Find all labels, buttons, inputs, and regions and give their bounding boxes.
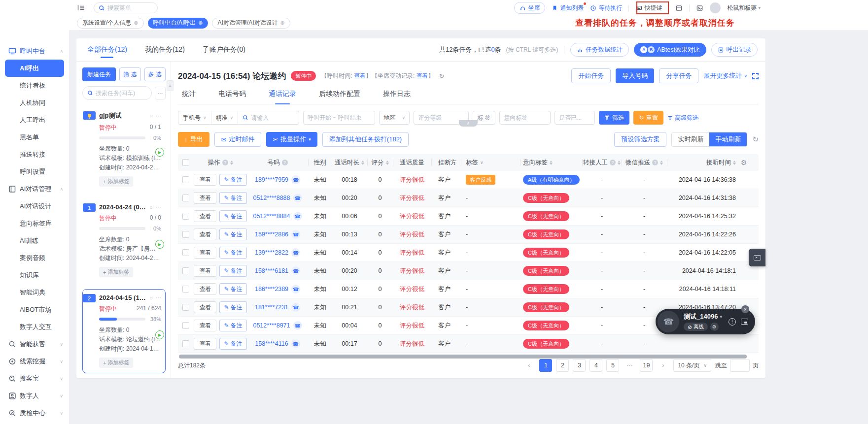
user-menu[interactable]: 松鼠和板栗 ▾ — [727, 4, 761, 12]
sidebar-item-ai-outbound[interactable]: AI呼出 — [5, 60, 64, 77]
page-button[interactable]: 3 — [573, 359, 586, 372]
menu-search-input[interactable] — [107, 4, 147, 11]
preset-filter-plan-button[interactable]: 预设筛选方案 — [614, 132, 666, 147]
phone-number[interactable]: 158****4116 — [255, 340, 288, 347]
pages-ellipsis[interactable]: ··· — [623, 359, 636, 372]
info-icon[interactable]: ? — [282, 160, 288, 165]
reset-filter-button[interactable]: ↻ 重置 — [633, 111, 663, 125]
field-select[interactable]: 手机号∨ — [178, 111, 211, 124]
next-page-button[interactable]: › — [657, 359, 669, 372]
task-card[interactable]: gjp测试 ○ ⋯ 暂停中0 / 1 0% 坐席数量: 0 话术模板: 模拟训练… — [82, 106, 166, 192]
notice-list-button[interactable]: 通知列表 — [552, 4, 584, 12]
view-button[interactable]: 查看 — [194, 338, 216, 350]
more-icon[interactable]: ⋯ — [156, 294, 161, 301]
call-widget[interactable]: × ☎ 测试_14096 ▾ ⊘离线 ⚙ ! — [656, 309, 755, 334]
sidebar-group-smart-acquisition[interactable]: 智能获客 ∨ — [0, 335, 69, 353]
view-button[interactable]: 查看 — [194, 265, 216, 277]
sidebar-group-call-center[interactable]: 呼叫中台 ∧ — [0, 42, 69, 60]
note-button[interactable]: ✎备注 — [219, 247, 246, 259]
phone-number[interactable]: 186****2389 — [255, 286, 288, 293]
status-badge[interactable]: ⊘离线 — [684, 323, 708, 331]
note-button[interactable]: ✎备注 — [219, 338, 246, 350]
match-mode-select[interactable]: 精准∨ — [211, 111, 239, 124]
panel-resize-grip[interactable]: ≡ — [167, 80, 174, 91]
play-audio-button[interactable]: ▶ — [155, 148, 164, 157]
table-row[interactable]: 查看✎备注 186****2389☎ 未知 00:12 0 评分很低 客户 - … — [178, 280, 759, 298]
phone-icon[interactable]: ☎ — [291, 248, 300, 257]
row-checkbox[interactable] — [182, 322, 189, 329]
sort-icon[interactable] — [230, 161, 233, 165]
table-row[interactable]: 查看✎备注 0512****8884☎ 未知 00:06 0 评分很低 客户 -… — [178, 207, 759, 226]
sidebar-item-smart-dict[interactable]: 智能词典 — [0, 284, 69, 301]
tab-my-tasks[interactable]: 我的任务(12) — [145, 38, 185, 62]
task-search-input[interactable] — [96, 90, 145, 97]
sidebar-item-blacklist[interactable]: 黑名单 — [0, 129, 69, 146]
note-button[interactable]: ✎备注 — [219, 192, 246, 204]
view-button[interactable]: 查看 — [194, 320, 216, 331]
row-checkbox[interactable] — [182, 176, 189, 183]
page-button[interactable]: 1 — [539, 359, 552, 372]
close-icon[interactable]: ⊗ — [134, 20, 138, 26]
info-icon[interactable]: ? — [610, 160, 616, 165]
prev-page-button[interactable]: ‹ — [522, 359, 535, 372]
outbound-record-button[interactable]: 呼出记录 — [711, 43, 758, 57]
chevron-down-icon[interactable]: ∨ — [480, 160, 484, 165]
sidebar-item-ai-training[interactable]: AI训练 — [0, 232, 69, 249]
phone-icon[interactable]: ☎ — [293, 212, 302, 221]
table-row[interactable]: 查看✎备注 159****2886☎ 未知 00:13 0 评分很低 客户 - … — [178, 226, 759, 244]
sidebar-item-ai-dialog-design[interactable]: AI对话设计 — [0, 197, 69, 215]
sidebar-item-human-machine[interactable]: 人机协同 — [0, 94, 69, 111]
phone-icon[interactable]: ☎ — [291, 339, 300, 348]
alert-icon[interactable]: ! — [729, 318, 736, 326]
sidebar-item-digital-human-interact[interactable]: 数字人交互 — [0, 318, 69, 335]
info-icon[interactable]: ? — [652, 160, 658, 165]
refresh-icon[interactable]: ↻ — [439, 72, 445, 80]
agent-account[interactable]: 测试_14096 ▾ — [684, 312, 729, 321]
note-button[interactable]: ✎备注 — [219, 174, 246, 186]
menu-search[interactable] — [94, 2, 158, 13]
table-row[interactable]: 查看✎备注 139****2822☎ 未知 00:14 0 评分很低 客户 - … — [178, 244, 759, 262]
waiting-exec-button[interactable]: 等待执行 — [590, 4, 622, 12]
phone-icon[interactable]: ☎ — [291, 285, 300, 294]
phone-icon[interactable]: ☎ — [293, 194, 302, 202]
select-all-checkbox[interactable] — [182, 159, 189, 166]
page-button[interactable]: 5 — [606, 359, 619, 372]
agent-button[interactable]: 坐席 — [514, 2, 545, 14]
phone-icon[interactable]: ☎ — [291, 230, 300, 239]
phone-number[interactable]: 181****7231 — [255, 304, 288, 311]
close-icon[interactable]: ⊗ — [280, 20, 284, 26]
phone-number[interactable]: 0512****8971 — [253, 322, 290, 329]
sort-icon[interactable] — [618, 161, 621, 165]
apply-filter-button[interactable]: 筛选 — [599, 111, 629, 125]
table-row[interactable]: 查看✎备注 158****4116☎ 未知 00:17 0 评分很低 客户 - … — [178, 335, 759, 353]
sidebar-group-soukebao[interactable]: 搜客宝 ∨ — [0, 370, 69, 387]
task-data-stats-button[interactable]: 任务数据统计 — [570, 43, 629, 57]
column-settings-icon[interactable]: ⚙ — [741, 159, 747, 166]
view-button[interactable]: 查看 — [194, 210, 216, 222]
sort-icon[interactable] — [361, 161, 364, 165]
close-icon[interactable]: ⊗ — [198, 20, 203, 26]
phone-icon[interactable]: ☎ — [291, 303, 300, 312]
note-button[interactable]: ✎备注 — [219, 301, 246, 313]
tab-all-tasks[interactable]: 全部任务(12) — [87, 38, 127, 62]
fullscreen-icon[interactable] — [752, 73, 759, 79]
pip-icon[interactable] — [741, 319, 748, 325]
row-checkbox[interactable] — [182, 249, 189, 256]
note-button[interactable]: ✎备注 — [219, 283, 246, 295]
play-audio-button[interactable]: ▶ — [155, 330, 164, 339]
more-icon[interactable]: ⋯ — [156, 113, 161, 119]
view-button[interactable]: 查看 — [194, 228, 216, 240]
task-card-selected[interactable]: 2 2024-04-15 (16:5... ○ ⋯ 暂停中241 / 624 3… — [82, 289, 166, 373]
gear-icon[interactable]: ⚙ — [710, 323, 719, 331]
image-icon[interactable] — [696, 4, 703, 12]
tab-statistics[interactable]: 统计 — [182, 90, 196, 104]
sidebar-item-push-transfer[interactable]: 推送转接 — [0, 146, 69, 163]
timed-mail-button[interactable]: ✉定时邮件 — [214, 132, 262, 147]
row-checkbox[interactable] — [182, 195, 189, 201]
region-select[interactable]: 地区∨ — [379, 111, 410, 125]
task-search[interactable] — [82, 86, 152, 100]
call-time-range-picker[interactable]: 呼叫开始 ~ 呼叫结束 — [303, 111, 375, 125]
refresh-icon[interactable]: ↻ — [752, 135, 759, 144]
row-checkbox[interactable] — [182, 286, 189, 293]
phone-number[interactable]: 158****6181 — [255, 267, 288, 274]
